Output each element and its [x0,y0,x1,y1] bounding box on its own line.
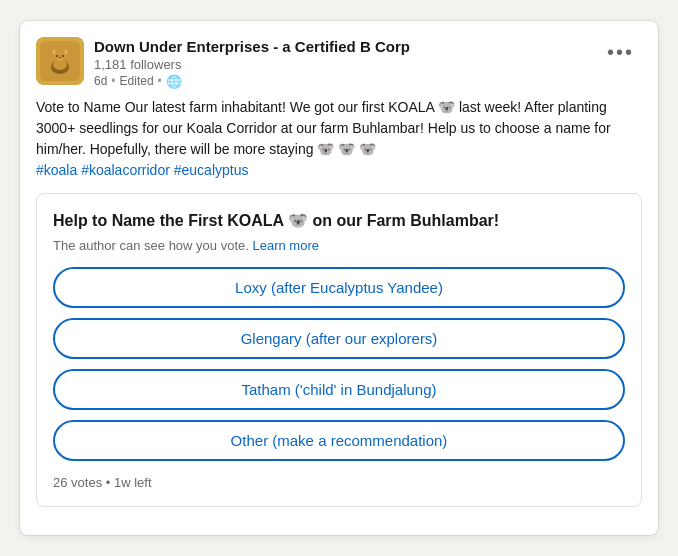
hashtags[interactable]: #koala #koalacorridor #eucalyptus [36,162,248,178]
poll-title: Help to Name the First KOALA 🐨 on our Fa… [53,210,625,232]
poll-option-2[interactable]: Glengary (after our explorers) [53,318,625,359]
meta-dot-2: • [158,74,162,88]
followers-count: 1,181 followers [94,57,410,74]
poll-options: Loxy (after Eucalyptus Yandee) Glengary … [53,267,625,461]
poll-note: The author can see how you vote. Learn m… [53,238,625,253]
linkedin-post-card: Down Under Enterprises - a Certified B C… [20,21,658,535]
post-meta: 6d • Edited • 🌐 [94,74,410,89]
company-name[interactable]: Down Under Enterprises - a Certified B C… [94,37,410,57]
post-header: Down Under Enterprises - a Certified B C… [36,37,642,88]
svg-point-6 [53,50,56,55]
post-edited: Edited [120,74,154,88]
company-info: Down Under Enterprises - a Certified B C… [94,37,410,88]
poll-option-4[interactable]: Other (make a recommendation) [53,420,625,461]
meta-dot: • [111,74,115,88]
header-left: Down Under Enterprises - a Certified B C… [36,37,410,88]
poll-stats: 26 votes • 1w left [53,475,625,490]
post-text-content: Vote to Name Our latest farm inhabitant!… [36,99,611,157]
post-body: Vote to Name Our latest farm inhabitant!… [36,97,642,181]
poll-note-text: The author can see how you vote. [53,238,249,253]
more-options-button[interactable]: ••• [599,37,642,68]
post-time: 6d [94,74,107,88]
company-avatar[interactable] [36,37,84,85]
learn-more-link[interactable]: Learn more [252,238,318,253]
svg-point-8 [56,55,58,57]
svg-point-7 [65,50,68,55]
svg-point-9 [62,55,64,57]
poll-option-1[interactable]: Loxy (after Eucalyptus Yandee) [53,267,625,308]
svg-point-11 [59,57,61,58]
globe-icon: 🌐 [166,74,182,89]
poll-container: Help to Name the First KOALA 🐨 on our Fa… [36,193,642,507]
poll-option-3[interactable]: Tatham ('child' in Bundjalung) [53,369,625,410]
